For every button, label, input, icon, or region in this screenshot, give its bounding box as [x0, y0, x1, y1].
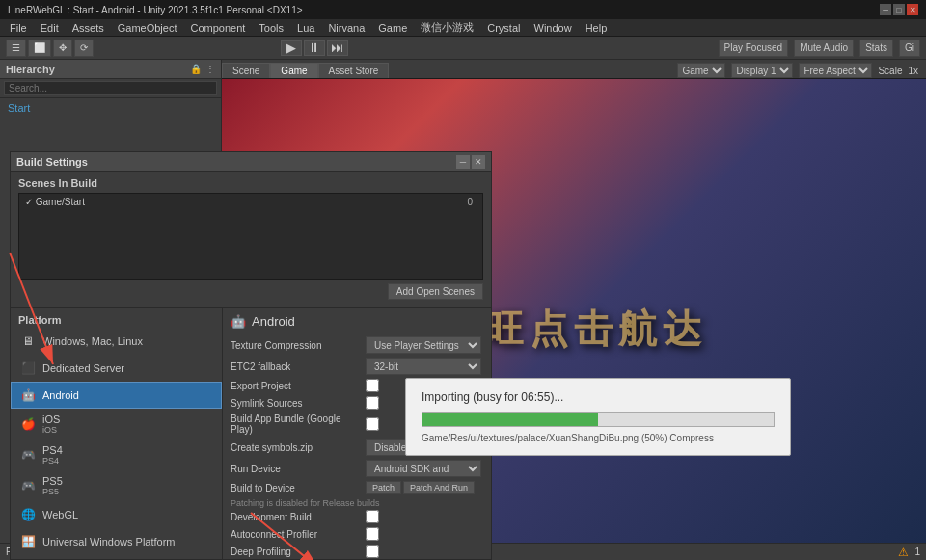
toolbar-btn-3[interactable]: ✥ [53, 40, 72, 57]
menu-tools[interactable]: Tools [253, 21, 289, 35]
run-device-row: Run Device Android SDK and [231, 460, 483, 477]
menu-wechat[interactable]: 微信小游戏 [415, 19, 479, 36]
start-item[interactable]: Start [0, 98, 221, 118]
bs-minimize-btn[interactable]: ─ [456, 155, 470, 169]
platform-windows-label: Windows, Mac, Linux [42, 335, 143, 347]
scenes-list: ✓ Game/Start 0 [18, 193, 483, 280]
pause-button[interactable]: ⏸ [304, 40, 325, 56]
build-settings-window: Build Settings ─ ✕ Scenes In Build ✓ Gam… [10, 151, 492, 560]
platform-android-label: Android [42, 389, 79, 401]
play-button[interactable]: ▶ [281, 40, 302, 56]
platform-uwp-label: Universal Windows Platform [42, 536, 176, 547]
webgl-icon: 🌐 [19, 506, 37, 523]
scale-label: Scale [878, 66, 902, 76]
title-bar: LineRWebGL : Start - Android - Unity 202… [0, 0, 926, 19]
platform-server-label: Dedicated Server [42, 362, 124, 374]
menu-nirvana[interactable]: Nirvana [322, 21, 370, 35]
autoconnect-checkbox[interactable] [366, 527, 379, 541]
dev-build-checkbox[interactable] [366, 510, 379, 523]
window-controls[interactable]: ─ □ ✕ [880, 4, 918, 15]
build-settings-title: Build Settings [16, 156, 88, 168]
gi-btn[interactable]: Gi [899, 40, 920, 57]
menu-help[interactable]: Help [580, 21, 613, 35]
import-dialog: Importing (busy for 06:55)... Game/Res/u… [405, 378, 791, 456]
platform-server[interactable]: ⬛ Dedicated Server [11, 355, 222, 382]
step-button[interactable]: ⏭ [327, 40, 348, 56]
game-tab[interactable]: Game [270, 63, 317, 78]
top-panel-tabs: Scene Game Asset Store Game Display 1 Fr… [222, 60, 926, 79]
menu-edit[interactable]: Edit [35, 21, 65, 35]
etc2-select[interactable]: 32-bit [366, 358, 481, 375]
android-settings-icon: 🤖 [231, 314, 246, 329]
aspect-select[interactable]: Free Aspect [799, 63, 872, 78]
status-right: ⚠ 1 [898, 546, 920, 559]
ios-icon: 🍎 [19, 415, 37, 433]
platform-ios[interactable]: 🍎 iOS iOS [11, 409, 222, 440]
scenes-label: Scenes In Build [18, 177, 483, 189]
platform-ps4[interactable]: 🎮 PS4 PS4 [11, 440, 222, 470]
platform-android[interactable]: 🤖 Android [11, 382, 222, 409]
platform-ios-label: iOS [42, 413, 60, 425]
platform-ps5-label: PS5 [42, 475, 63, 487]
run-device-select[interactable]: Android SDK and [366, 460, 481, 477]
scene-name: ✓ Game/Start [25, 197, 85, 207]
warning-icon: ⚠ [898, 546, 909, 559]
hierarchy-search-input[interactable] [4, 81, 217, 95]
deep-profiling-checkbox[interactable] [366, 545, 379, 558]
menu-game[interactable]: Game [372, 21, 413, 35]
close-btn[interactable]: ✕ [907, 4, 918, 15]
toolbar-btn-2[interactable]: ⬜ [28, 40, 51, 57]
patch-btn[interactable]: Patch [366, 481, 401, 494]
menu-crystal[interactable]: Crystal [481, 21, 526, 35]
patch-and-run-btn[interactable]: Patch And Run [403, 481, 475, 494]
menu-component[interactable]: Component [184, 21, 251, 35]
server-icon: ⬛ [19, 360, 37, 377]
toolbar-btn-1[interactable]: ☰ [6, 40, 26, 57]
export-checkbox[interactable] [366, 379, 379, 392]
scene-number: 0 [467, 197, 473, 207]
bundle-checkbox[interactable] [366, 417, 379, 431]
toolbar-btn-4[interactable]: ⟳ [74, 40, 94, 57]
game-display-select[interactable]: Game [677, 63, 725, 78]
deep-profiling-row: Deep Profiling [231, 545, 483, 558]
platform-ps5[interactable]: 🎮 PS5 PS5 [11, 470, 222, 501]
start-item-label: Start [8, 102, 30, 114]
toolbar-right: Play Focused Mute Audio Stats Gi [719, 40, 920, 57]
platform-uwp[interactable]: 🪟 Universal Windows Platform [11, 528, 222, 555]
asset-store-tab[interactable]: Asset Store [318, 63, 390, 78]
minimize-btn[interactable]: ─ [880, 4, 891, 15]
display-num-select[interactable]: Display 1 [731, 63, 793, 78]
patching-notice: Patching is disabled for Release builds [231, 498, 483, 508]
menu-file[interactable]: File [4, 21, 33, 35]
hierarchy-menu-icon[interactable]: ⋮ [205, 64, 215, 74]
platform-label: Platform [11, 312, 222, 328]
hierarchy-lock-icon[interactable]: 🔒 [190, 64, 202, 74]
export-key: Export Project [231, 381, 366, 391]
import-title: Importing (busy for 06:55)... [422, 390, 775, 404]
maximize-btn[interactable]: □ [893, 4, 905, 15]
menu-assets[interactable]: Assets [67, 21, 110, 35]
symlink-checkbox[interactable] [366, 396, 379, 410]
mute-audio-btn[interactable]: Mute Audio [794, 40, 854, 57]
scale-value: 1x [908, 66, 918, 76]
add-open-scenes-btn[interactable]: Add Open Scenes [388, 283, 483, 300]
app-title: LineRWebGL : Start - Android - Unity 202… [8, 5, 303, 15]
autoconnect-key: Autoconnect Profiler [231, 529, 366, 540]
bs-close-btn[interactable]: ✕ [472, 155, 485, 169]
stats-btn[interactable]: Stats [859, 40, 893, 57]
texture-compression-select[interactable]: Use Player Settings [366, 336, 481, 354]
platform-windows[interactable]: 🖥 Windows, Mac, Linux [11, 328, 222, 355]
scene-tab[interactable]: Scene [222, 63, 270, 78]
dev-build-row: Development Build [231, 510, 483, 523]
play-focused-btn[interactable]: Play Focused [719, 40, 789, 57]
run-device-key: Run Device [231, 464, 366, 474]
deep-profiling-key: Deep Profiling [231, 547, 366, 557]
warning-count: 1 [914, 547, 920, 557]
menu-gameobject[interactable]: GameObject [112, 21, 183, 35]
menu-lua[interactable]: Lua [291, 21, 320, 35]
build-settings-controls[interactable]: ─ ✕ [456, 155, 485, 169]
menu-window[interactable]: Window [529, 21, 578, 35]
platform-webgl[interactable]: 🌐 WebGL [11, 501, 222, 528]
platform-ps4-label: PS4 [42, 444, 63, 456]
hierarchy-search-bar [0, 79, 221, 98]
